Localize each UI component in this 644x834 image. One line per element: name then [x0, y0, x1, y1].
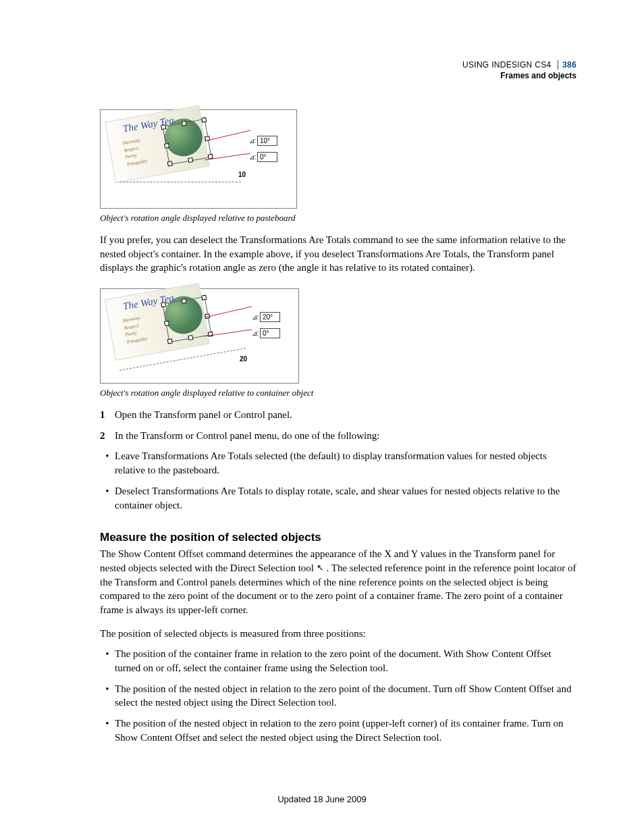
- rotation-value: 0°: [260, 328, 280, 338]
- figure-card-words: Harmony Respect Purity Tranquility: [122, 314, 148, 346]
- angle-annotation: 10: [238, 171, 246, 178]
- svg-line-3: [205, 330, 252, 336]
- svg-line-2: [205, 307, 252, 317]
- figure-caption: Object's rotation angle displayed relati…: [100, 213, 576, 224]
- page-number: 386: [558, 60, 576, 70]
- baseline-dash: [119, 182, 241, 182]
- section-heading: Measure the position of selected objects: [100, 531, 576, 544]
- callout-line: [205, 328, 253, 338]
- chapter-section: Frames and objects: [462, 70, 576, 81]
- list-item: •The position of the nested object in re…: [100, 682, 576, 710]
- list-item: •The position of the nested object in re…: [100, 716, 576, 744]
- list-item: 2In the Transform or Control panel menu,…: [100, 429, 576, 443]
- bullet-text: The position of the nested object in rel…: [115, 716, 576, 744]
- rotation-value: 10°: [257, 136, 277, 146]
- rotation-value-box: ⊿: 20°: [250, 312, 280, 322]
- angle-icon: ⊿:: [250, 313, 260, 321]
- angle-icon: ⊿:: [248, 153, 257, 161]
- rotation-value-box: ⊿: 10°: [248, 136, 277, 146]
- step-text: Open the Transform panel or Control pane…: [115, 408, 292, 422]
- figure-rotation-pasteboard: The Way Tea… Harmony Respect Purity Tran…: [100, 109, 297, 209]
- figure-rotation-container: The Way Tea… Harmony Respect Purity Tran…: [100, 288, 299, 384]
- body-paragraph: If you prefer, you can deselect the Tran…: [100, 233, 576, 275]
- rotation-value-box: ⊿: 0°: [250, 328, 280, 338]
- list-item: 1Open the Transform panel or Control pan…: [100, 408, 576, 422]
- list-item: •Deselect Transformations Are Totals to …: [100, 484, 576, 512]
- bullet-text: Deselect Transformations Are Totals to d…: [115, 484, 576, 512]
- page-header: USING INDESIGN CS4 386 Frames and object…: [462, 59, 576, 81]
- svg-line-0: [205, 130, 250, 141]
- figure-caption: Object's rotation angle displayed relati…: [100, 388, 576, 398]
- page-content: The Way Tea… Harmony Respect Purity Tran…: [100, 109, 576, 751]
- list-item: •Leave Transformations Are Totals select…: [100, 449, 576, 477]
- bullet-text: The position of the nested object in rel…: [115, 682, 576, 710]
- angle-icon: ⊿:: [248, 137, 257, 145]
- direct-selection-tool-icon: ↖: [317, 562, 324, 574]
- bullet-text: The position of the container frame in r…: [115, 647, 576, 675]
- callout-line: [205, 129, 252, 142]
- list-item: •The position of the container frame in …: [100, 647, 576, 675]
- body-paragraph: The position of selected objects is meas…: [100, 627, 576, 641]
- step-text: In the Transform or Control panel menu, …: [115, 429, 379, 443]
- rotation-value-box: ⊿: 0°: [248, 152, 277, 162]
- rotation-value: 0°: [257, 152, 277, 162]
- body-paragraph: The Show Content Offset command determin…: [100, 547, 576, 617]
- angle-annotation: 20: [240, 355, 247, 363]
- callout-line: [205, 305, 253, 319]
- numbered-steps: 1Open the Transform panel or Control pan…: [100, 408, 576, 442]
- rotation-value: 20°: [260, 312, 280, 322]
- product-name: USING INDESIGN CS4: [462, 60, 551, 70]
- angle-icon: ⊿:: [250, 330, 260, 337]
- figure-card-words: Harmony Respect Purity Tranquility: [122, 136, 148, 168]
- callout-line: [205, 152, 252, 161]
- bullet-text: Leave Transformations Are Totals selecte…: [115, 449, 576, 477]
- bullet-list: •Leave Transformations Are Totals select…: [100, 449, 576, 512]
- bullet-list: •The position of the container frame in …: [100, 647, 576, 744]
- page-footer: Updated 18 June 2009: [0, 794, 644, 804]
- svg-line-1: [205, 153, 250, 160]
